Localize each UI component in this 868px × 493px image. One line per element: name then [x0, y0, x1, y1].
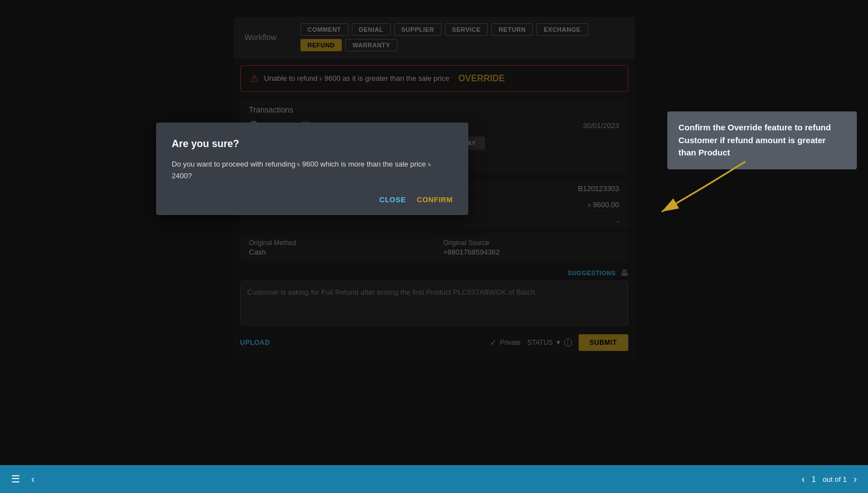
confirmation-modal: Are you sure? Do you want to proceed wit…	[156, 123, 468, 215]
modal-actions: CLOSE CONFIRM	[172, 196, 453, 204]
modal-confirm-button[interactable]: CONFIRM	[417, 196, 453, 204]
callout-text: Confirm the Override feature to refund C…	[678, 123, 831, 157]
nav-next-icon[interactable]: ›	[854, 474, 857, 485]
nav-left: ☰ ‹	[11, 473, 35, 485]
modal-overlay: Are you sure? Do you want to proceed wit…	[0, 0, 868, 465]
nav-bar: ☰ ‹ ‹ 1 out of 1 ›	[0, 465, 868, 493]
modal-close-button[interactable]: CLOSE	[380, 196, 406, 204]
callout-tooltip: Confirm the Override feature to refund C…	[667, 111, 857, 169]
modal-body: Do you want to proceed with refunding ৳ …	[172, 159, 453, 182]
page-number: 1	[812, 475, 816, 484]
page-out-of: out of 1	[823, 475, 847, 484]
nav-right: ‹ 1 out of 1 ›	[802, 474, 857, 485]
back-arrow-icon[interactable]: ‹	[31, 474, 35, 485]
modal-title: Are you sure?	[172, 138, 453, 150]
menu-icon[interactable]: ☰	[11, 473, 20, 485]
nav-prev-icon[interactable]: ‹	[802, 474, 805, 485]
